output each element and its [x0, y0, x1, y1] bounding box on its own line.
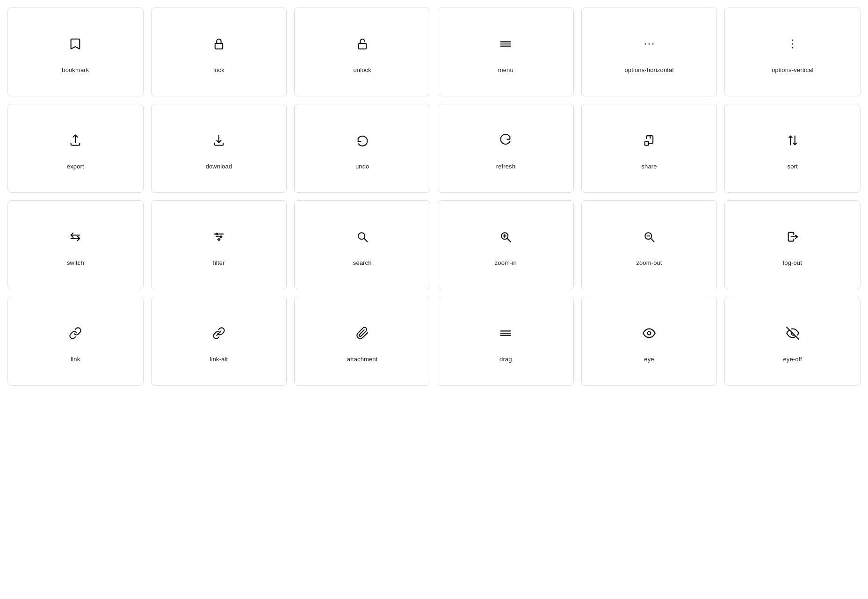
options-vertical-icon: [786, 35, 799, 53]
icon-card-lock: lock: [151, 7, 287, 96]
export-label: export: [67, 163, 84, 170]
svg-point-5: [644, 43, 646, 44]
icon-card-download: download: [151, 104, 287, 193]
icon-card-share: share: [581, 104, 717, 193]
svg-rect-11: [645, 141, 649, 145]
refresh-icon: [499, 131, 512, 150]
svg-point-31: [647, 331, 651, 335]
search-label: search: [353, 259, 372, 266]
switch-label: switch: [67, 259, 84, 266]
icon-card-zoom-in: zoom-in: [438, 200, 574, 289]
link-alt-icon: [212, 324, 225, 343]
lock-label: lock: [213, 66, 224, 73]
icon-card-search: search: [294, 200, 430, 289]
refresh-label: refresh: [496, 163, 515, 170]
svg-point-10: [792, 47, 793, 48]
options-horizontal-label: options-horizontal: [625, 66, 674, 73]
icon-card-refresh: refresh: [438, 104, 574, 193]
zoom-in-label: zoom-in: [495, 259, 517, 266]
svg-point-6: [649, 43, 650, 44]
drag-label: drag: [499, 356, 512, 363]
icon-card-link: link: [7, 297, 144, 386]
filter-label: filter: [213, 259, 224, 266]
bookmark-label: bookmark: [62, 66, 89, 73]
zoom-in-icon: [499, 227, 512, 246]
icon-card-eye: eye: [581, 297, 717, 386]
sort-icon: [786, 131, 799, 150]
undo-label: undo: [355, 163, 369, 170]
icon-card-switch: switch: [7, 200, 144, 289]
log-out-icon: [786, 227, 799, 246]
drag-icon: [499, 324, 512, 343]
switch-icon: [69, 227, 82, 246]
export-icon: [69, 131, 82, 150]
icon-card-drag: drag: [438, 297, 574, 386]
svg-point-15: [216, 233, 218, 235]
icon-card-menu: menu: [438, 7, 574, 96]
menu-icon: [499, 35, 512, 53]
log-out-label: log-out: [783, 259, 802, 266]
share-label: share: [641, 163, 657, 170]
icon-card-export: export: [7, 104, 144, 193]
zoom-out-label: zoom-out: [636, 259, 662, 266]
attachment-label: attachment: [347, 356, 378, 363]
eye-label: eye: [644, 356, 654, 363]
svg-point-7: [652, 43, 654, 44]
icon-card-undo: undo: [294, 104, 430, 193]
icon-card-filter: filter: [151, 200, 287, 289]
svg-point-16: [220, 236, 222, 238]
icon-card-options-horizontal: options-horizontal: [581, 7, 717, 96]
svg-point-9: [792, 43, 793, 44]
svg-line-25: [651, 239, 654, 241]
svg-line-21: [507, 239, 510, 241]
icon-card-unlock: unlock: [294, 7, 430, 96]
menu-label: menu: [498, 66, 514, 73]
eye-icon: [643, 324, 656, 343]
icon-grid: bookmark lock unlock menu options-horizo…: [7, 7, 861, 386]
share-icon: [643, 131, 656, 150]
unlock-icon: [356, 35, 369, 53]
download-label: download: [206, 163, 232, 170]
icon-card-attachment: attachment: [294, 297, 430, 386]
icon-card-link-alt: link-alt: [151, 297, 287, 386]
icon-card-bookmark: bookmark: [7, 7, 144, 96]
options-vertical-label: options-vertical: [772, 66, 814, 73]
icon-card-eye-off: eye-off: [724, 297, 861, 386]
icon-card-sort: sort: [724, 104, 861, 193]
search-icon: [356, 227, 369, 246]
sort-label: sort: [788, 163, 798, 170]
eye-off-label: eye-off: [783, 356, 802, 363]
undo-icon: [356, 131, 369, 150]
svg-point-18: [358, 233, 365, 239]
zoom-out-icon: [643, 227, 656, 246]
unlock-label: unlock: [353, 66, 371, 73]
icon-card-log-out: log-out: [724, 200, 861, 289]
filter-icon: [212, 227, 225, 246]
svg-point-17: [218, 239, 220, 240]
attachment-icon: [356, 324, 369, 343]
svg-rect-1: [358, 43, 366, 49]
lock-icon: [212, 35, 225, 53]
icon-card-zoom-out: zoom-out: [581, 200, 717, 289]
svg-point-8: [792, 39, 793, 41]
options-horizontal-icon: [643, 35, 656, 53]
eye-off-icon: [786, 324, 799, 343]
link-alt-label: link-alt: [210, 356, 228, 363]
link-icon: [69, 324, 82, 343]
download-icon: [212, 131, 225, 150]
link-label: link: [71, 356, 80, 363]
icon-card-options-vertical: options-vertical: [724, 7, 861, 96]
svg-line-19: [364, 239, 367, 241]
bookmark-icon: [69, 35, 82, 53]
svg-rect-0: [215, 43, 223, 49]
